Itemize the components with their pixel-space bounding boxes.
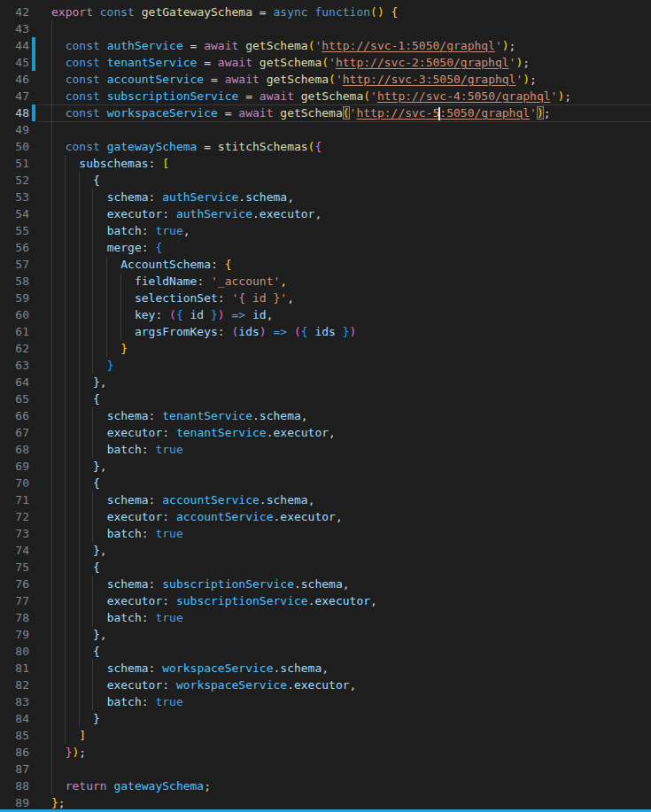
code-line[interactable]: 49 <box>0 121 651 138</box>
code-line[interactable]: 48 const workspaceService = await getSch… <box>0 104 651 121</box>
git-modified-indicator[interactable] <box>32 54 35 71</box>
code-line[interactable]: 45 const tenantService = await getSchema… <box>0 54 651 71</box>
code-line[interactable]: 74 }, <box>0 542 651 559</box>
code-token: batch <box>107 611 142 624</box>
code-token: http://svc-2:5050/graphql <box>336 56 509 69</box>
code-token: accountService <box>176 510 274 523</box>
code-token: ; <box>544 106 551 120</box>
code-line[interactable]: 71 schema: accountService.schema, <box>0 491 651 508</box>
code-token <box>204 308 211 321</box>
code-line[interactable]: 82 executor: workspaceService.executor, <box>0 677 651 693</box>
code-token: '_account' <box>211 275 280 288</box>
code-line[interactable]: 68 batch: true <box>0 441 651 458</box>
code-line[interactable]: 59 selectionSet: '{ id }', <box>0 290 651 306</box>
code-token: . <box>252 207 260 220</box>
code-line[interactable]: 83 batch: true <box>0 693 651 710</box>
code-line[interactable]: 67 executor: tenantService.executor, <box>0 424 651 441</box>
code-token: { <box>51 561 100 574</box>
code-token: http://svc-4:5050/graphql <box>377 89 551 103</box>
code-line[interactable]: 57 AccountSchema: { <box>0 256 651 273</box>
code-line[interactable]: 61 argsFromKeys: (ids) => ({ ids }) <box>0 323 651 340</box>
git-modified-indicator[interactable] <box>32 37 35 54</box>
code-line[interactable]: 79 }, <box>0 626 651 643</box>
code-line[interactable]: 58 fieldName: '_account', <box>0 273 651 290</box>
code-line[interactable]: 64 }, <box>0 374 651 391</box>
code-token <box>51 779 66 793</box>
code-line[interactable]: 46 const accountService = await getSchem… <box>0 71 651 88</box>
code-token <box>51 729 79 742</box>
code-token <box>51 258 120 271</box>
line-number: 77 <box>0 592 29 609</box>
code-line[interactable]: 80 { <box>0 643 651 660</box>
code-token: executor <box>294 678 350 692</box>
line-number: 78 <box>0 609 29 626</box>
code-text: schema: workspaceService.schema, <box>51 660 329 677</box>
code-line[interactable]: 73 batch: true <box>0 525 651 542</box>
code-token: schema <box>107 661 149 675</box>
code-token: } <box>107 359 114 372</box>
code-token: http://svc-5 <box>356 106 439 120</box>
code-line[interactable]: 81 schema: workspaceService.schema, <box>0 660 651 677</box>
code-line[interactable]: 85 ] <box>0 727 651 744</box>
code-text: }, <box>51 374 107 391</box>
line-number: 53 <box>0 189 29 205</box>
code-token: true <box>155 611 182 624</box>
code-line[interactable]: 70 { <box>0 475 651 491</box>
git-modified-indicator[interactable] <box>32 104 35 121</box>
line-number: 55 <box>0 222 29 239</box>
code-line[interactable]: 65 { <box>0 391 651 407</box>
code-token: tenantService <box>176 426 267 439</box>
code-token: const <box>51 56 100 69</box>
code-text: batch: true <box>51 441 183 458</box>
code-line[interactable]: 50 const gatewaySchema = stitchSchemas({ <box>0 138 651 155</box>
line-number: 87 <box>0 761 29 777</box>
code-token: . <box>252 409 260 422</box>
code-line[interactable]: 62 } <box>0 340 651 357</box>
code-token: { <box>51 174 100 187</box>
code-line[interactable]: 42export const getGatewaySchema = async … <box>0 4 651 20</box>
code-line[interactable]: 56 merge: { <box>0 239 651 256</box>
code-text: key: ({ id }) => id, <box>51 306 273 323</box>
code-text: export const getGatewaySchema = async fu… <box>51 4 398 20</box>
code-line[interactable]: 88 return gatewaySchema; <box>0 777 651 794</box>
code-line[interactable]: 69 }, <box>0 458 651 475</box>
code-line[interactable]: 76 schema: subscriptionService.schema, <box>0 576 651 592</box>
matched-bracket: ( <box>343 106 350 120</box>
line-number: 68 <box>0 441 29 458</box>
line-number: 45 <box>0 54 29 71</box>
code-token: . <box>287 678 294 692</box>
code-line[interactable]: 63 } <box>0 357 651 374</box>
code-line[interactable]: 44 const authService = await getSchema('… <box>0 37 651 54</box>
code-token <box>51 342 120 355</box>
code-token: => <box>273 325 287 338</box>
code-token <box>51 493 107 507</box>
code-token: = <box>197 140 217 153</box>
code-line[interactable]: 84 } <box>0 710 651 727</box>
code-token <box>51 678 107 692</box>
code-line[interactable]: 77 executor: subscriptionService.executo… <box>0 592 651 609</box>
code-line[interactable]: 78 batch: true <box>0 609 651 626</box>
code-line[interactable]: 54 executor: authService.executor, <box>0 205 651 222</box>
code-token <box>51 510 107 523</box>
code-text: schema: subscriptionService.schema, <box>51 576 350 592</box>
code-token: '{ id }' <box>232 291 288 305</box>
code-line[interactable]: 87 <box>0 761 651 777</box>
code-token <box>51 224 107 237</box>
code-line[interactable]: 75 { <box>0 559 651 576</box>
code-line[interactable]: 55 batch: true, <box>0 222 651 239</box>
code-line[interactable]: 43 <box>0 20 651 37</box>
code-line[interactable]: 47 const subscriptionService = await get… <box>0 88 651 104</box>
code-line[interactable]: 52 { <box>0 172 651 189</box>
code-line[interactable]: 66 schema: tenantService.schema, <box>0 407 651 424</box>
code-line[interactable]: 51 subschemas: [ <box>0 155 651 172</box>
code-editor[interactable]: 42export const getGatewaySchema = async … <box>0 4 651 811</box>
code-line[interactable]: 86 }); <box>0 744 651 761</box>
code-token: getSchema <box>267 73 329 86</box>
line-number: 61 <box>0 323 29 340</box>
code-line[interactable]: 60 key: ({ id }) => id, <box>0 306 651 323</box>
code-token: key <box>135 308 155 321</box>
code-line[interactable]: 53 schema: authService.schema, <box>0 189 651 205</box>
code-token: stitchSchemas <box>218 140 308 153</box>
code-line[interactable]: 72 executor: accountService.executor, <box>0 508 651 525</box>
code-text: const subscriptionService = await getSch… <box>51 88 571 104</box>
